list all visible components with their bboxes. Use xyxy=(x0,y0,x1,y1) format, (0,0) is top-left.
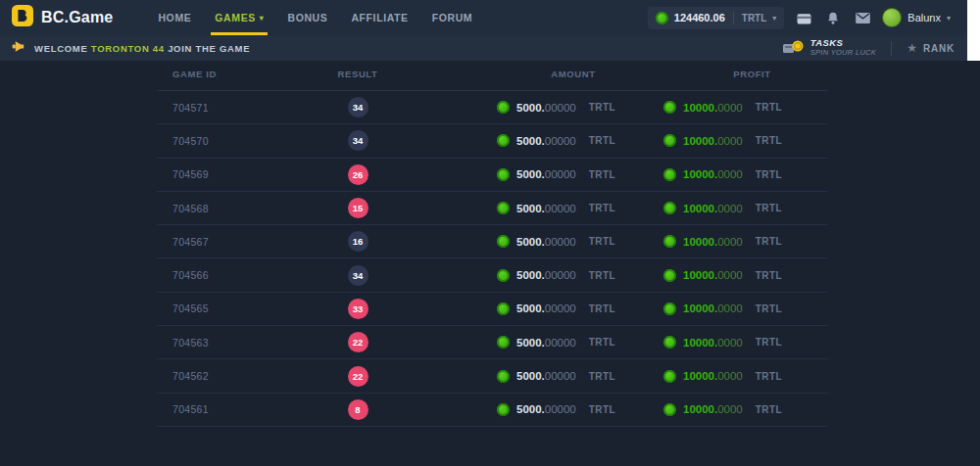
result-cell: 8 xyxy=(299,399,416,420)
result-badge: 33 xyxy=(348,299,368,319)
game-id: 704570 xyxy=(157,135,299,147)
nav-forum[interactable]: FORUM xyxy=(420,0,485,35)
result-cell: 33 xyxy=(299,299,416,319)
announcement-right: TASKS SPIN YOUR LUCK ★ RANK xyxy=(782,38,955,59)
profit-cell: 10000.0000 TRTL xyxy=(642,403,828,416)
nav-bonus[interactable]: BONUS xyxy=(275,0,339,35)
amount-cell: 5000.00000 TRTL xyxy=(416,168,642,181)
column-header-profit: PROFIT xyxy=(642,69,828,79)
table-row[interactable]: 704567 16 5000.00000 TRTL 10000.0000 TRT… xyxy=(157,225,828,258)
profit-cell: 10000.0000 TRTL xyxy=(642,134,828,147)
table-row[interactable]: 704568 15 5000.00000 TRTL 10000.0000 TRT… xyxy=(157,192,828,225)
result-cell: 34 xyxy=(299,265,416,286)
profit-currency: TRTL xyxy=(756,270,782,281)
amount-cell: 5000.00000 TRTL xyxy=(416,101,642,114)
trtl-coin-icon xyxy=(663,202,676,214)
table-row[interactable]: 704562 22 5000.00000 TRTL 10000.0000 TRT… xyxy=(157,359,828,393)
result-cell: 26 xyxy=(299,164,416,185)
bc-game-logo[interactable]: BC.Game xyxy=(12,5,113,30)
table-row[interactable]: 704566 34 5000.00000 TRTL 10000.0000 TRT… xyxy=(157,258,828,292)
game-id: 704571 xyxy=(157,102,299,114)
user-menu[interactable]: Balunx ▾ xyxy=(882,8,951,27)
result-cell: 16 xyxy=(299,231,416,252)
wallet-icon[interactable] xyxy=(794,8,813,27)
profit-cell: 10000.0000 TRTL xyxy=(642,101,828,114)
nav-games[interactable]: GAMES▾ xyxy=(203,0,275,35)
amount-cell: 5000.00000 TRTL xyxy=(416,336,642,349)
game-id: 704563 xyxy=(157,337,299,349)
trtl-coin-icon xyxy=(663,134,676,147)
chevron-down-icon: ▾ xyxy=(947,14,951,23)
profit-currency: TRTL xyxy=(756,337,782,348)
table-row[interactable]: 704561 8 5000.00000 TRTL 10000.0000 TRTL xyxy=(157,394,828,427)
table-row[interactable]: 704563 22 5000.00000 TRTL 10000.0000 TRT… xyxy=(157,326,828,359)
trtl-coin-icon xyxy=(497,269,510,282)
amount-value: 5000.00000 xyxy=(516,370,576,382)
nav-home[interactable]: HOME xyxy=(146,0,203,35)
star-icon: ★ xyxy=(906,42,917,54)
top-navigation-bar: BC.Game HOME GAMES▾ BONUS AFFILIATE FORU… xyxy=(0,0,980,35)
profit-value: 10000.0000 xyxy=(683,337,743,349)
balance-selector[interactable]: 124460.06 TRTL ▾ xyxy=(648,7,785,29)
nav-games-label: GAMES xyxy=(215,12,256,23)
tasks-icon xyxy=(782,38,804,59)
welcome-suffix: JOIN THE GAME xyxy=(168,43,250,54)
result-cell: 34 xyxy=(299,130,416,151)
amount-cell: 5000.00000 TRTL xyxy=(416,235,642,248)
game-id: 704568 xyxy=(157,203,299,214)
profit-value: 10000.0000 xyxy=(683,269,743,281)
profit-currency: TRTL xyxy=(756,102,782,113)
profit-currency: TRTL xyxy=(756,236,782,247)
amount-currency: TRTL xyxy=(589,102,615,113)
bets-table-body: 704571 34 5000.00000 TRTL 10000.0000 TRT… xyxy=(157,91,828,427)
amount-cell: 5000.00000 TRTL xyxy=(416,202,642,214)
result-badge: 34 xyxy=(348,130,368,151)
trtl-coin-icon xyxy=(663,370,676,383)
tasks-labels: TASKS SPIN YOUR LUCK xyxy=(810,38,876,58)
amount-value: 5000.00000 xyxy=(516,135,576,147)
balance-currency: TRTL xyxy=(742,13,767,23)
game-id: 704565 xyxy=(157,303,299,314)
trtl-coin-icon xyxy=(663,101,676,114)
profit-cell: 10000.0000 TRTL xyxy=(642,303,828,315)
profit-currency: TRTL xyxy=(756,371,782,382)
scrollbar-corner xyxy=(967,0,980,61)
result-badge: 8 xyxy=(348,399,368,420)
amount-value: 5000.00000 xyxy=(516,337,576,349)
table-header-row: GAME ID RESULT AMOUNT PROFIT xyxy=(157,69,828,91)
nav-home-label: HOME xyxy=(158,12,191,23)
divider xyxy=(891,41,892,56)
profit-cell: 10000.0000 TRTL xyxy=(642,235,828,248)
trtl-coin-icon xyxy=(497,303,510,315)
notifications-bell-icon[interactable] xyxy=(823,8,843,27)
trtl-coin-icon xyxy=(497,168,510,181)
bc-game-page: BC.Game HOME GAMES▾ BONUS AFFILIATE FORU… xyxy=(0,0,980,466)
amount-currency: TRTL xyxy=(589,135,615,146)
amount-currency: TRTL xyxy=(589,337,615,348)
game-id: 704566 xyxy=(157,269,299,281)
table-row[interactable]: 704569 26 5000.00000 TRTL 10000.0000 TRT… xyxy=(157,159,828,192)
nav-affiliate[interactable]: AFFILIATE xyxy=(339,0,419,35)
table-row[interactable]: 704570 34 5000.00000 TRTL 10000.0000 TRT… xyxy=(157,124,828,158)
trtl-coin-icon xyxy=(497,235,510,248)
game-id: 704561 xyxy=(157,403,299,415)
table-row[interactable]: 704565 33 5000.00000 TRTL 10000.0000 TRT… xyxy=(157,293,828,326)
amount-cell: 5000.00000 TRTL xyxy=(416,134,642,147)
messages-mail-icon[interactable] xyxy=(853,8,872,27)
profit-currency: TRTL xyxy=(756,404,782,415)
megaphone-icon xyxy=(10,39,25,57)
tasks-subtitle: SPIN YOUR LUCK xyxy=(810,49,876,58)
tasks-button[interactable]: TASKS SPIN YOUR LUCK xyxy=(782,38,876,59)
table-row[interactable]: 704571 34 5000.00000 TRTL 10000.0000 TRT… xyxy=(157,91,828,124)
result-cell: 15 xyxy=(299,198,416,218)
avatar xyxy=(882,8,902,27)
profit-cell: 10000.0000 TRTL xyxy=(642,269,828,282)
profit-cell: 10000.0000 TRTL xyxy=(642,168,828,181)
amount-currency: TRTL xyxy=(589,169,615,180)
profit-currency: TRTL xyxy=(756,169,782,180)
game-id: 704569 xyxy=(157,168,299,180)
main-nav: HOME GAMES▾ BONUS AFFILIATE FORUM xyxy=(146,0,484,35)
amount-value: 5000.00000 xyxy=(516,303,576,314)
rank-button[interactable]: ★ RANK xyxy=(906,42,955,54)
trtl-coin-icon xyxy=(497,370,510,383)
